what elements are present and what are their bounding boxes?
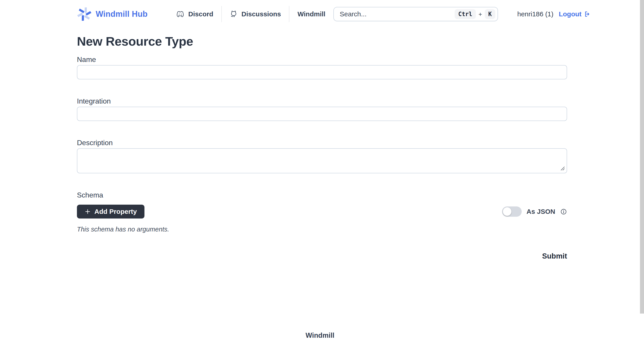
name-label: Name — [77, 55, 567, 64]
plus-icon — [84, 208, 91, 215]
nav-label-discord: Discord — [188, 10, 213, 18]
footer-windmill-link[interactable]: Windmill — [306, 332, 334, 339]
main-nav: Discord Discussions Windmill — [168, 6, 334, 22]
as-json-toggle[interactable] — [502, 206, 522, 217]
top-navigation-bar: Windmill Hub Discord — [0, 0, 644, 22]
header-right-group: Ctrl + K henri186 (1) Logout — [334, 7, 591, 21]
search-input[interactable] — [340, 10, 454, 18]
discord-icon — [176, 10, 184, 18]
integration-input[interactable] — [77, 107, 567, 121]
schema-toolbar-row: Add Property As JSON — [77, 205, 567, 218]
description-label: Description — [77, 138, 567, 147]
kbd-k: K — [485, 9, 496, 19]
name-input[interactable] — [77, 65, 567, 80]
info-icon[interactable] — [560, 208, 567, 215]
nav-label-discussions: Discussions — [242, 10, 281, 18]
page-title: New Resource Type — [77, 34, 567, 48]
logout-link[interactable]: Logout — [559, 10, 591, 18]
integration-label: Integration — [77, 97, 567, 105]
nav-item-discord[interactable]: Discord — [168, 6, 222, 22]
as-json-group: As JSON — [502, 206, 567, 217]
schema-empty-note: This schema has no arguments. — [77, 226, 567, 233]
toggle-knob — [503, 207, 512, 216]
kbd-plus-separator: + — [478, 11, 482, 18]
brand-home-link[interactable]: Windmill Hub — [77, 7, 148, 22]
user-group: henri186 (1) Logout — [517, 10, 591, 18]
logout-icon — [584, 10, 591, 18]
page-footer: Windmill — [0, 332, 640, 340]
as-json-label: As JSON — [526, 208, 555, 216]
nav-item-windmill[interactable]: Windmill — [289, 6, 334, 22]
kbd-ctrl: Ctrl — [454, 9, 476, 19]
nav-item-discussions[interactable]: Discussions — [222, 6, 289, 22]
nav-label-windmill: Windmill — [298, 10, 325, 18]
scrollbar-thumb[interactable] — [640, 0, 644, 314]
logout-label: Logout — [559, 10, 582, 18]
submit-row: Submit — [77, 252, 567, 260]
username: henri186 (1) — [517, 10, 554, 18]
search-box[interactable]: Ctrl + K — [334, 7, 498, 21]
schema-label: Schema — [77, 191, 567, 199]
add-property-label: Add Property — [94, 208, 137, 216]
description-textarea-wrap — [77, 148, 567, 173]
brand-name: Windmill Hub — [96, 10, 148, 19]
discussions-icon — [230, 10, 238, 18]
description-textarea[interactable] — [77, 148, 567, 173]
submit-button[interactable]: Submit — [542, 252, 567, 260]
add-property-button[interactable]: Add Property — [77, 205, 144, 218]
windmill-logo-icon — [77, 7, 92, 22]
new-resource-type-form: New Resource Type Name Integration Descr… — [0, 34, 567, 260]
